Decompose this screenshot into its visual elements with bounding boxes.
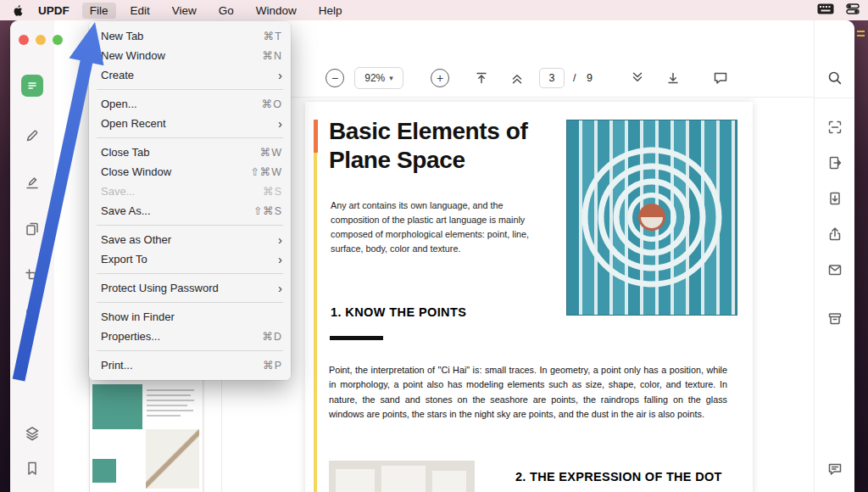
bookmark-icon[interactable] <box>24 460 41 477</box>
chat-icon[interactable] <box>826 461 843 478</box>
mail-icon[interactable] <box>826 261 843 278</box>
footer-photo <box>329 461 475 492</box>
layers-icon[interactable] <box>24 425 41 442</box>
window-controls <box>19 35 63 45</box>
document-intro: Any art contains its own language, and t… <box>331 198 534 256</box>
chevron-down-icon: ▾ <box>389 74 393 82</box>
menu-item-open-recent[interactable]: Open Recent › <box>89 114 291 133</box>
desktop: UPDF File Edit View Go Window Help <box>0 0 868 492</box>
crop-icon[interactable] <box>24 267 41 284</box>
section-body: Point, the interpretation of "Ci Hai" is… <box>329 363 727 422</box>
section-heading-2: 2. THE EXPRESSION OF THE DOT <box>515 470 727 484</box>
share-icon[interactable] <box>826 226 843 243</box>
menu-separator <box>97 89 283 90</box>
document-photo <box>566 120 737 316</box>
control-center-icon[interactable] <box>846 3 860 17</box>
annotate-icon[interactable] <box>24 127 41 144</box>
thumbnail-image <box>146 429 199 489</box>
organize-pages-icon[interactable] <box>24 221 41 238</box>
page-number-input[interactable]: 3 <box>539 68 565 88</box>
menu-item-save-as[interactable]: Save As... ⇧⌘S <box>89 201 291 221</box>
search-icon[interactable] <box>826 70 843 87</box>
pdf-page: Basic Elements of Plane Space Any art co… <box>305 102 753 492</box>
scroll-to-bottom-icon[interactable] <box>665 70 682 90</box>
menu-item-print[interactable]: Print... ⌘P <box>89 355 291 375</box>
menu-bar: UPDF File Edit View Go Window Help <box>0 0 868 20</box>
menu-separator <box>97 225 283 226</box>
menu-item-show-in-finder[interactable]: Show in Finder <box>89 307 291 327</box>
forms-icon[interactable] <box>24 306 41 323</box>
menu-separator <box>97 137 283 138</box>
ocr-icon[interactable] <box>826 119 843 136</box>
close-button[interactable] <box>19 35 29 45</box>
page-accent-line <box>314 153 317 492</box>
menubar-item-file[interactable]: File <box>82 3 116 19</box>
menubar-item-go[interactable]: Go <box>219 4 234 17</box>
menubar-item-window[interactable]: Window <box>256 4 297 17</box>
menu-item-close-tab[interactable]: Close Tab ⌘W <box>89 143 291 162</box>
menu-item-create[interactable]: Create › <box>89 65 291 85</box>
page-separator: / <box>573 68 576 88</box>
submenu-chevron-icon: › <box>278 117 282 130</box>
desktop-item <box>857 31 865 39</box>
zoom-out-icon[interactable]: − <box>326 69 344 87</box>
menu-item-open[interactable]: Open... ⌘O <box>89 94 291 114</box>
document-title: Basic Elements of Plane Space <box>329 117 570 175</box>
zoom-value: 92% <box>364 72 385 84</box>
menu-item-new-window[interactable]: New Window ⌘N <box>89 46 291 65</box>
page-down-icon[interactable] <box>629 70 646 90</box>
submenu-chevron-icon: › <box>278 233 282 246</box>
menu-separator <box>97 302 283 303</box>
menu-item-close-window[interactable]: Close Window ⇧⌘W <box>89 162 291 182</box>
edit-icon[interactable] <box>24 174 41 191</box>
menu-separator <box>97 273 283 274</box>
page-up-icon[interactable] <box>509 70 526 90</box>
submenu-chevron-icon: › <box>278 69 282 81</box>
menubar-item-view[interactable]: View <box>172 4 197 17</box>
document-toolbar: − 92% ▾ + 3 / 9 <box>222 20 814 98</box>
submenu-chevron-icon: › <box>278 253 282 266</box>
app-name[interactable]: UPDF <box>38 4 70 17</box>
menu-item-save: Save... ⌘S <box>89 182 291 201</box>
document-viewport[interactable]: Basic Elements of Plane Space Any art co… <box>222 98 814 492</box>
thumbnail-graphic <box>92 459 116 483</box>
menu-item-export-to[interactable]: Export To › <box>89 249 291 269</box>
menu-item-new-tab[interactable]: New Tab ⌘T <box>89 26 291 46</box>
menubar-item-help[interactable]: Help <box>319 4 342 17</box>
right-sidebar <box>814 20 854 492</box>
scroll-to-top-icon[interactable] <box>473 70 490 90</box>
heading-underline <box>330 336 383 340</box>
menu-separator <box>97 350 283 351</box>
zoom-level-select[interactable]: 92% ▾ <box>354 67 403 89</box>
menu-item-protect-using-password[interactable]: Protect Using Password › <box>89 278 291 298</box>
extract-page-icon[interactable] <box>826 190 843 207</box>
thumbnail-graphic <box>92 384 142 429</box>
file-menu: New Tab ⌘T New Window ⌘N Create › Open..… <box>89 21 291 380</box>
page-total: 9 <box>587 68 593 88</box>
archive-icon[interactable] <box>826 310 843 327</box>
title-accent-bar <box>314 120 318 153</box>
section-heading: 1. KNOW THE POINTS <box>331 305 466 319</box>
reader-mode-icon[interactable] <box>21 75 43 97</box>
menu-item-properties[interactable]: Properties... ⌘D <box>89 327 291 346</box>
minimize-button[interactable] <box>36 35 46 45</box>
menu-item-save-as-other[interactable]: Save as Other › <box>89 230 291 249</box>
menubar-item-edit[interactable]: Edit <box>131 4 150 17</box>
zoom-in-icon[interactable]: + <box>431 69 449 87</box>
export-page-icon[interactable] <box>826 154 843 171</box>
comment-icon[interactable] <box>712 70 729 90</box>
keyboard-icon[interactable] <box>817 3 834 17</box>
fullscreen-button[interactable] <box>53 35 63 45</box>
submenu-chevron-icon: › <box>278 282 282 294</box>
apple-icon[interactable] <box>12 3 25 17</box>
